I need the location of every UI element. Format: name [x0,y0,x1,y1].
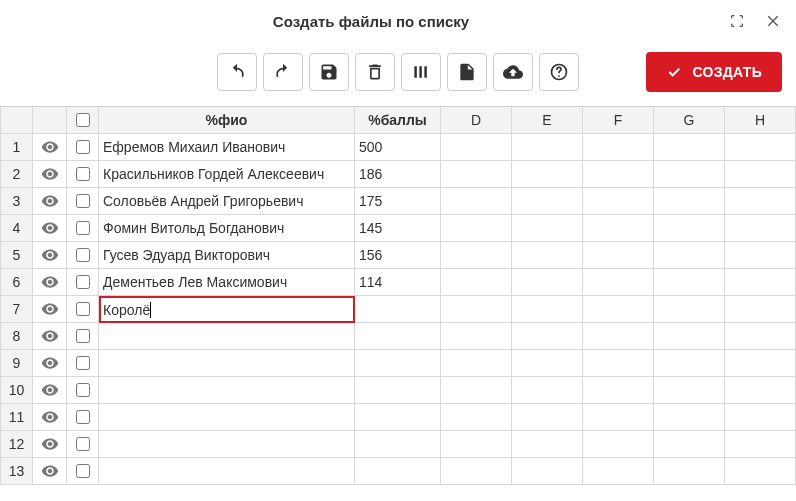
cell-empty[interactable] [441,350,512,377]
cell-empty[interactable] [441,296,512,323]
cell-empty[interactable] [725,377,796,404]
cell-score[interactable] [355,350,441,377]
column-header-score[interactable]: %баллы [355,107,441,134]
cell-empty[interactable] [512,404,583,431]
row-checkbox-cell[interactable] [67,323,99,350]
cell-empty[interactable] [725,350,796,377]
header-checkbox[interactable] [67,107,99,134]
cell-empty[interactable] [441,404,512,431]
cell-empty[interactable] [583,161,654,188]
cell-empty[interactable] [441,269,512,296]
row-checkbox-cell[interactable] [67,458,99,485]
cell-name[interactable]: Соловьёв Андрей Григорьевич [99,188,355,215]
cell-score[interactable]: 145 [355,215,441,242]
row-checkbox[interactable] [76,464,90,478]
visibility-toggle[interactable] [33,215,67,242]
cell-score[interactable]: 156 [355,242,441,269]
visibility-toggle[interactable] [33,161,67,188]
row-number[interactable]: 8 [0,323,33,350]
cell-empty[interactable] [725,188,796,215]
save-button[interactable] [309,53,349,91]
create-button[interactable]: СОЗДАТЬ [646,52,782,92]
cell-empty[interactable] [725,269,796,296]
cell-score[interactable] [355,404,441,431]
row-checkbox[interactable] [76,437,90,451]
row-checkbox-cell[interactable] [67,377,99,404]
cell-empty[interactable] [725,431,796,458]
spreadsheet[interactable]: %фио %баллы D E F G H 1Ефремов Михаил Ив… [0,106,796,485]
row-number[interactable]: 3 [0,188,33,215]
visibility-toggle[interactable] [33,377,67,404]
corner-cell[interactable] [0,107,33,134]
cell-empty[interactable] [583,458,654,485]
column-header-d[interactable]: D [441,107,512,134]
visibility-toggle[interactable] [33,242,67,269]
cell-empty[interactable] [725,404,796,431]
row-checkbox[interactable] [76,140,90,154]
cell-empty[interactable] [654,404,725,431]
columns-button[interactable] [401,53,441,91]
row-checkbox[interactable] [76,194,90,208]
cell-empty[interactable] [441,377,512,404]
row-number[interactable]: 9 [0,350,33,377]
row-checkbox-cell[interactable] [67,350,99,377]
visibility-toggle[interactable] [33,323,67,350]
cell-name[interactable]: Красильников Гордей Алексеевич [99,161,355,188]
cell-empty[interactable] [441,323,512,350]
cell-name[interactable] [99,350,355,377]
cell-empty[interactable] [441,431,512,458]
column-header-h[interactable]: H [725,107,796,134]
cell-empty[interactable] [583,134,654,161]
row-number[interactable]: 1 [0,134,33,161]
visibility-toggle[interactable] [33,350,67,377]
visibility-toggle[interactable] [33,404,67,431]
cell-name[interactable]: Дементьев Лев Максимович [99,269,355,296]
cell-name[interactable] [99,458,355,485]
cell-empty[interactable] [654,323,725,350]
cell-score[interactable]: 500 [355,134,441,161]
cell-score[interactable]: 114 [355,269,441,296]
cell-empty[interactable] [654,269,725,296]
cell-empty[interactable] [583,350,654,377]
cell-empty[interactable] [725,296,796,323]
upload-button[interactable] [493,53,533,91]
cell-name[interactable] [99,404,355,431]
cell-name[interactable]: Гусев Эдуард Викторович [99,242,355,269]
cell-score[interactable]: 186 [355,161,441,188]
cell-empty[interactable] [583,215,654,242]
cell-empty[interactable] [654,161,725,188]
cell-empty[interactable] [512,242,583,269]
row-number[interactable]: 12 [0,431,33,458]
cell-empty[interactable] [512,377,583,404]
row-checkbox[interactable] [76,302,90,316]
row-checkbox-cell[interactable] [67,296,99,323]
row-number[interactable]: 7 [0,296,33,323]
cell-empty[interactable] [441,215,512,242]
row-checkbox-cell[interactable] [67,242,99,269]
row-checkbox-cell[interactable] [67,188,99,215]
cell-empty[interactable] [654,431,725,458]
header-eye[interactable] [33,107,67,134]
column-header-g[interactable]: G [654,107,725,134]
cell-score[interactable] [355,431,441,458]
visibility-toggle[interactable] [33,296,67,323]
visibility-toggle[interactable] [33,188,67,215]
cell-empty[interactable] [512,350,583,377]
cell-empty[interactable] [441,161,512,188]
row-checkbox[interactable] [76,410,90,424]
cell-empty[interactable] [654,242,725,269]
row-number[interactable]: 5 [0,242,33,269]
column-header-f[interactable]: F [583,107,654,134]
cell-name[interactable] [99,431,355,458]
close-icon[interactable] [764,12,782,30]
visibility-toggle[interactable] [33,431,67,458]
cell-empty[interactable] [725,458,796,485]
select-all-checkbox[interactable] [76,113,90,127]
row-checkbox[interactable] [76,356,90,370]
undo-button[interactable] [217,53,257,91]
cell-empty[interactable] [583,188,654,215]
redo-button[interactable] [263,53,303,91]
cell-empty[interactable] [512,134,583,161]
row-checkbox[interactable] [76,221,90,235]
row-checkbox-cell[interactable] [67,134,99,161]
